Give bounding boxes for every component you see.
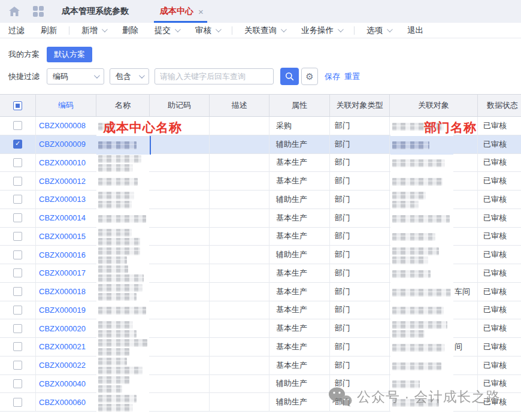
- toolbar-item-label: 选项: [366, 25, 383, 36]
- toolbar-item-label: 关联查询: [244, 25, 277, 36]
- code-cell[interactable]: CBZX000012: [36, 172, 96, 191]
- select-all-checkbox-cell: [0, 95, 36, 116]
- home-icon[interactable]: [9, 7, 20, 16]
- tab-cost-center[interactable]: 成本中心 ×: [154, 0, 207, 23]
- column-header-5[interactable]: 关联对象类型: [330, 95, 390, 116]
- filter-operator-select[interactable]: 包含: [110, 68, 149, 84]
- chevron-down-icon: [338, 26, 344, 32]
- attribute-cell: 基本生产: [269, 209, 330, 228]
- column-header-7[interactable]: 数据状态: [478, 95, 521, 116]
- toolbar-item-6[interactable]: 关联查询: [244, 25, 285, 36]
- row-checkbox[interactable]: [13, 306, 22, 315]
- toolbar-item-7[interactable]: 业务操作: [301, 25, 342, 36]
- cost-center-table: 编码名称助记码描述属性关联对象类型关联对象数据状态 CBZX000008采购部门…: [0, 94, 521, 412]
- column-header-4[interactable]: 属性: [269, 95, 330, 116]
- row-checkbox[interactable]: [13, 177, 22, 186]
- keyword-input[interactable]: [155, 68, 274, 84]
- filter-settings-button[interactable]: ⚙: [301, 68, 318, 85]
- code-cell[interactable]: CBZX000022: [36, 356, 96, 375]
- code-cell[interactable]: CBZX000020: [36, 319, 96, 338]
- related-object-type-cell: 部门: [330, 172, 390, 191]
- row-checkbox[interactable]: [13, 213, 22, 222]
- redacted-cell: [96, 155, 149, 173]
- row-checkbox[interactable]: [13, 250, 22, 259]
- close-icon[interactable]: ×: [198, 7, 204, 17]
- row-checkbox[interactable]: [13, 232, 22, 241]
- toolbar-item-label: 业务操作: [301, 25, 334, 36]
- toolbar-item-9[interactable]: 退出: [407, 25, 423, 36]
- filter-field-select[interactable]: 编码: [47, 68, 104, 84]
- row-checkbox[interactable]: [13, 361, 22, 370]
- mnemonic-cell: [150, 135, 210, 154]
- toolbar-item-0[interactable]: 过滤: [8, 25, 25, 36]
- row-checkbox[interactable]: [13, 121, 22, 130]
- related-object-type-cell: 部门: [330, 319, 390, 338]
- mnemonic-cell: [150, 154, 210, 173]
- save-scheme-link[interactable]: 保存: [325, 71, 340, 82]
- reset-scheme-link[interactable]: 重置: [344, 71, 360, 82]
- data-status-cell: 已审核: [478, 154, 521, 173]
- redacted-cell: [96, 320, 149, 339]
- select-all-checkbox[interactable]: [13, 101, 22, 110]
- code-cell[interactable]: CBZX000010: [36, 154, 96, 173]
- tab-label: 成本管理系统参数: [62, 6, 129, 17]
- data-status-cell: 已审核: [478, 356, 521, 375]
- toolbar-item-1[interactable]: 刷新: [41, 25, 57, 36]
- toolbar-item-2[interactable]: 新增: [81, 25, 106, 36]
- data-status-cell: 已审核: [478, 319, 521, 338]
- row-checkbox[interactable]: [13, 158, 22, 167]
- data-status-cell: 已审核: [478, 264, 521, 283]
- apps-grid-icon[interactable]: [33, 6, 44, 17]
- row-checkbox[interactable]: [13, 342, 22, 351]
- row-checkbox[interactable]: [13, 324, 22, 333]
- toolbar-item-label: 提交: [155, 25, 171, 36]
- row-checkbox[interactable]: [13, 287, 22, 296]
- mnemonic-cell: [150, 375, 210, 394]
- row-checkbox[interactable]: [13, 195, 22, 204]
- description-cell: [210, 154, 269, 173]
- code-cell[interactable]: CBZX000013: [36, 191, 96, 209]
- column-header-6[interactable]: 关联对象: [390, 95, 478, 116]
- code-cell[interactable]: CBZX000009: [36, 135, 96, 154]
- code-cell[interactable]: CBZX000019: [36, 301, 96, 320]
- toolbar-item-8[interactable]: 选项: [366, 25, 391, 36]
- attribute-cell: 基本生产: [269, 154, 330, 173]
- redacted-cell: [390, 339, 453, 357]
- code-cell[interactable]: CBZX000015: [36, 228, 96, 246]
- code-cell[interactable]: CBZX000016: [36, 246, 96, 264]
- column-header-3[interactable]: 描述: [210, 95, 269, 116]
- code-cell[interactable]: CBZX000040: [36, 375, 96, 394]
- data-status-cell: 已审核: [478, 209, 521, 228]
- toolbar-item-4[interactable]: 提交: [155, 25, 179, 36]
- chevron-down-icon: [102, 26, 108, 32]
- chevron-down-icon: [175, 26, 181, 32]
- redacted-cell: [96, 302, 149, 321]
- search-button[interactable]: [280, 68, 299, 85]
- wechat-icon: [328, 386, 352, 407]
- row-checkbox[interactable]: [13, 398, 22, 407]
- code-cell[interactable]: CBZX000021: [36, 338, 96, 356]
- code-cell[interactable]: CBZX000014: [36, 209, 96, 228]
- toolbar-item-5[interactable]: 审核: [195, 25, 220, 36]
- row-checkbox[interactable]: [13, 379, 22, 388]
- code-cell[interactable]: CBZX000008: [36, 117, 96, 135]
- code-cell[interactable]: CBZX000060: [36, 393, 96, 412]
- redacted-cell: [96, 283, 149, 302]
- toolbar-item-3[interactable]: 删除: [122, 25, 138, 36]
- description-cell: [210, 356, 269, 375]
- row-checkbox[interactable]: [13, 140, 22, 149]
- related-object-type-cell: 部门: [330, 117, 390, 135]
- code-cell[interactable]: CBZX000018: [36, 283, 96, 301]
- redacted-cell: [390, 228, 453, 247]
- column-header-0[interactable]: 编码: [36, 95, 96, 116]
- data-status-cell: 已审核: [478, 172, 521, 191]
- column-header-2[interactable]: 助记码: [150, 95, 210, 116]
- tab-cost-system-params[interactable]: 成本管理系统参数: [54, 0, 136, 23]
- row-checkbox[interactable]: [13, 268, 22, 277]
- default-scheme-button[interactable]: 默认方案: [47, 47, 92, 62]
- column-header-1[interactable]: 名称: [96, 95, 150, 116]
- code-cell[interactable]: CBZX000017: [36, 264, 96, 283]
- redacted-cell: [96, 173, 149, 191]
- related-object-type-cell: 部门: [330, 228, 390, 246]
- row-checkbox-cell: [0, 246, 36, 264]
